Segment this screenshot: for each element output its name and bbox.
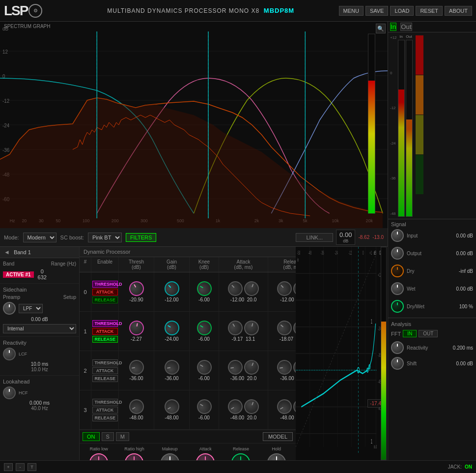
internal-select[interactable]: Internal (3, 324, 76, 333)
row-2-thresh[interactable]: -36.00 (119, 351, 154, 390)
fft-out-button[interactable]: OUT (419, 330, 438, 337)
knee-knob-0[interactable] (194, 279, 214, 299)
model-button[interactable]: MODEL (263, 432, 293, 441)
load-button[interactable]: LOAD (390, 6, 414, 16)
thresh-knob-3[interactable] (126, 397, 146, 417)
attack-btn-3[interactable]: ATTACK (92, 407, 118, 414)
m-button[interactable]: M (116, 432, 129, 441)
input-knob[interactable] (391, 229, 404, 242)
reactivity-signal-knob[interactable] (391, 341, 404, 354)
attack-ms-knob-2[interactable] (242, 358, 261, 377)
row-3-enable[interactable]: THRESHOLD ATTACK RELEASE (91, 390, 119, 429)
attack-db-knob-0[interactable] (225, 278, 246, 299)
s-button[interactable]: S (102, 432, 114, 441)
threshold-btn-0[interactable]: THRESHOLD (92, 281, 118, 288)
threshold-btn-2[interactable]: THRESHOLD (92, 359, 118, 366)
row-0-enable[interactable]: THRESHOLD ATTACK RELEASE (91, 272, 119, 311)
attack-db-knob-1[interactable] (225, 318, 246, 338)
row-2-knee[interactable]: -6.00 (190, 351, 219, 390)
row-1-attack[interactable]: -9.17 13.1 (219, 312, 268, 351)
release-db-knob-3[interactable] (275, 397, 295, 417)
row-1-enable[interactable]: THRESHOLD ATTACK RELEASE (91, 312, 119, 351)
gain-knob-1[interactable] (162, 318, 182, 338)
out-button[interactable]: Out (400, 23, 412, 31)
release-db-knob-0[interactable] (274, 278, 295, 299)
release-btn-2[interactable]: RELEASE (92, 375, 118, 382)
zoom-button[interactable]: 🔍 (376, 24, 386, 33)
release-btn-0[interactable]: RELEASE (92, 296, 118, 303)
release-btn-3[interactable]: RELEASE (92, 414, 118, 421)
gain-knob-2[interactable] (163, 359, 180, 376)
preamp-knob[interactable] (3, 302, 16, 315)
mode-select[interactable]: Modern (23, 233, 56, 242)
reactivity-knob[interactable] (3, 348, 16, 360)
active-badge[interactable]: ACTIVE #1 (3, 271, 34, 278)
thresh-knob-2[interactable] (128, 359, 145, 376)
filters-button[interactable]: FILTERS (126, 233, 156, 242)
menu-button[interactable]: MENU (339, 6, 364, 16)
fft-in-button[interactable]: IN (403, 330, 417, 337)
row-3-gain[interactable]: -48.00 (154, 390, 190, 429)
output-knob[interactable] (391, 247, 404, 260)
save-button[interactable]: SAVE (365, 6, 389, 16)
row-3-release[interactable]: -48.00 100 (268, 390, 296, 429)
row-2-enable[interactable]: THRESHOLD ATTACK RELEASE (91, 351, 119, 390)
attack-ms-knob-0[interactable] (242, 279, 261, 298)
about-button[interactable]: ABOUT (445, 6, 472, 16)
release-db-knob-2[interactable] (276, 359, 293, 376)
attack-db-knob-2[interactable] (227, 359, 244, 376)
thresh-knob-1[interactable] (128, 320, 145, 337)
attack-btn-1[interactable]: ATTACK (92, 328, 118, 335)
on-button[interactable]: ON (83, 432, 100, 441)
sc-select[interactable]: Pink BT (88, 233, 122, 242)
ratio-low-knob[interactable] (89, 453, 108, 460)
row-3-knee[interactable]: -6.00 (190, 390, 219, 429)
thresh-knob-0[interactable] (126, 279, 146, 299)
add-button[interactable]: + (4, 463, 13, 471)
remove-button[interactable]: - (16, 463, 25, 471)
link-button[interactable]: LINK... (296, 233, 333, 242)
row-1-thresh[interactable]: -2.27 (119, 312, 154, 351)
attack-ms-knob-1[interactable] (243, 319, 261, 337)
lpf-select[interactable]: LPF (19, 304, 43, 313)
release-btn-1[interactable]: RELEASE (92, 336, 118, 343)
threshold-btn-3[interactable]: THRESHOLD (92, 399, 118, 406)
threshold-btn-1[interactable]: THRESHOLD (92, 320, 118, 327)
release-knob[interactable] (231, 453, 250, 460)
attack-btn-2[interactable]: ATTACK (92, 367, 118, 374)
makeup-knob[interactable] (161, 453, 179, 460)
row-1-release[interactable]: -18.07 12.3 (268, 312, 296, 351)
drywet-knob[interactable] (391, 300, 404, 313)
knee-knob-1[interactable] (194, 318, 214, 338)
row-2-attack[interactable]: -36.00 20.0 (219, 351, 268, 390)
row-0-release[interactable]: -12.00 100 (268, 272, 296, 311)
lookahead-knob[interactable] (3, 386, 16, 399)
gain-knob-3[interactable] (162, 397, 182, 417)
row-0-thresh[interactable]: -20.90 (119, 272, 154, 311)
row-3-attack[interactable]: -48.00 20.0 (219, 390, 268, 429)
row-0-knee[interactable]: -6.00 (190, 272, 219, 311)
row-0-attack[interactable]: -12.00 20.0 (219, 272, 268, 311)
row-3-thresh[interactable]: -48.00 (119, 390, 154, 429)
row-1-gain[interactable]: -24.00 (154, 312, 190, 351)
reset-button[interactable]: RESET (416, 6, 443, 16)
row-1-knee[interactable]: -6.00 (190, 312, 219, 351)
gain-knob-0[interactable] (161, 278, 182, 299)
dry-knob[interactable] (391, 265, 404, 277)
attack-knob[interactable] (196, 453, 215, 460)
attack-ms-knob-3[interactable] (242, 397, 261, 416)
text-button[interactable]: T (28, 463, 36, 471)
in-button[interactable]: In (390, 23, 396, 31)
release-db-knob-1[interactable] (274, 318, 295, 338)
row-0-gain[interactable]: -12.00 (154, 272, 190, 311)
knee-knob-2[interactable] (194, 357, 214, 378)
hold-knob[interactable] (267, 453, 286, 460)
attack-db-knob-3[interactable] (225, 397, 246, 417)
knee-knob-3[interactable] (194, 397, 214, 417)
shift-knob[interactable] (391, 357, 404, 370)
attack-btn-0[interactable]: ATTACK (92, 289, 118, 296)
row-2-gain[interactable]: -36.00 (154, 351, 190, 390)
row-2-release[interactable]: -36.00 100 (268, 351, 296, 390)
wet-knob[interactable] (391, 282, 404, 295)
ratio-high-knob[interactable] (125, 453, 143, 460)
